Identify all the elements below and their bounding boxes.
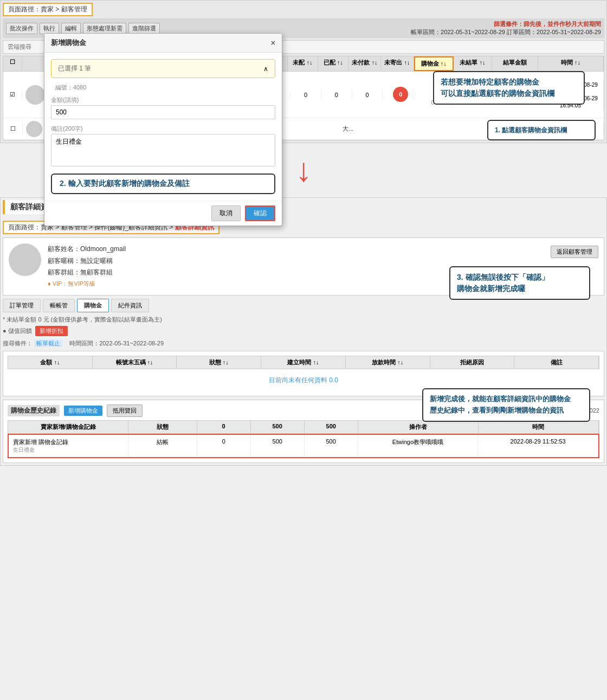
- hth-operator: 操作者: [358, 421, 479, 433]
- modal-overlay: 新增購物金 × 已選擇 1 筆 ∧ 編號：4080 金額(請填) 備註(200字…: [44, 33, 282, 226]
- avatar2: [26, 121, 42, 137]
- avatar: [25, 85, 45, 105]
- callout-top: 若想要增加特定顧客的購物金 可以直接點選顧客的購物金資訊欄: [433, 71, 585, 105]
- customer-avatar-large: [9, 243, 41, 276]
- th-checkbox: ☐: [3, 56, 22, 71]
- history-title: 購物金歷史紀錄: [8, 405, 60, 416]
- tab-account[interactable]: 帳帳管: [43, 299, 75, 312]
- callout-step3-text: 3. 確認無誤後按下「確認」 購物金就新增完成囉: [457, 272, 583, 294]
- unsettled-info: * 未結單金額 0 元 (金額僅供參考，實際金額以結單畫面為主): [3, 316, 604, 324]
- add-gold-label: ● 儲值回饋: [3, 327, 32, 335]
- filter-value: 帳單截止: [34, 339, 62, 347]
- filter-label: 篩選條件：篩先後，並件作秒月大前期間: [494, 21, 601, 27]
- modal-amount-label: 金額(請填): [51, 96, 275, 104]
- advance-filter-button[interactable]: 進階篩選: [128, 23, 160, 34]
- back-to-customers-button[interactable]: 返回顧客管理: [551, 246, 598, 258]
- tab-notes[interactable]: 紀件資訊: [111, 299, 149, 312]
- th-status: 狀態 ↑↓: [177, 356, 261, 369]
- modal-footer: 取消 確認: [44, 201, 282, 226]
- modal-confirm-button[interactable]: 確認: [245, 205, 275, 221]
- history-table-header: 賣家新增/購物金記錄 狀態 0 500 500 操作者 時間: [8, 420, 599, 434]
- hth-time: 時間: [479, 421, 599, 433]
- modal-body: 已選擇 1 筆 ∧ 編號：4080 金額(請填) 備註(200字) 生日禮金 2…: [44, 53, 282, 201]
- modal-note-field: 備註(200字) 生日禮金: [51, 125, 275, 168]
- callout-right1-text: 1. 點選顧客購物金資訊欄: [495, 125, 588, 135]
- history-data-row: 賣家新增 購物金記錄 生日禮金 結帳 0 500 500 Etwingo教學哦哦…: [8, 434, 599, 458]
- history-operator: Etwingo教學哦哦哦: [358, 435, 479, 457]
- hth-type: 賣家新增/購物金記錄: [8, 421, 128, 433]
- history-col1: 0: [197, 435, 251, 457]
- filter-label: 搜尋條件：: [3, 340, 33, 346]
- history-type: 賣家新增 購物金記錄 生日禮金: [9, 435, 129, 457]
- modal-header: 新增購物金 ×: [44, 34, 282, 53]
- modal-close-button[interactable]: ×: [271, 38, 275, 47]
- callout-top-text: 若想要增加特定顧客的購物金 可以直接點選顧客的購物金資訊欄: [441, 76, 577, 99]
- modal-title: 新增購物金: [51, 38, 86, 48]
- row-checkbox[interactable]: ☑: [3, 89, 22, 100]
- callout-step2: 2. 輸入要對此顧客新增的購物金及備註: [51, 174, 275, 194]
- filter-conditions: 篩選條件：篩先後，並件作秒月大前期間: [411, 20, 601, 28]
- th-unsent: 未寄出 ↑↓: [381, 56, 414, 71]
- hth-col1: 0: [197, 421, 251, 433]
- toolbar-right: 篩選條件：篩先後，並件作秒月大前期間 帳單區間：2022-05-31~2022-…: [411, 20, 601, 36]
- filter-time-value: 時間區間：2022-05-31~2022-08-29: [69, 340, 164, 346]
- chevron-up-icon: ∧: [263, 65, 268, 73]
- history-status: 結帳: [129, 435, 197, 457]
- breadcrumb-top: 頁面路徑：賣家 > 顧客管理: [3, 3, 93, 16]
- callout-bottom-right: 新增完成後，就能在顧客詳細資訊中的購物金 歷史紀錄中，查看到剛剛新增購物金的資訊: [422, 388, 590, 422]
- callout-right1: 1. 點選顧客購物金資訊欄: [487, 120, 596, 140]
- th-shopping-gold: 購物金 ↑↓: [414, 56, 454, 71]
- callout-bottom-text: 新增完成後，就能在顧客詳細資訊中的購物金 歷史紀錄中，查看到剛剛新增購物金的資訊: [430, 394, 583, 416]
- hth-status: 狀態: [128, 421, 197, 433]
- tab-orders[interactable]: 訂單管理: [3, 299, 41, 312]
- add-gold-button[interactable]: 新增折扣: [35, 326, 68, 336]
- th-acct: 帳號末五碼 ↑↓: [93, 356, 177, 369]
- filter-time: 帳單區間：2022-05-31~2022-08-29 訂單區間：2022-05-…: [411, 28, 601, 36]
- th-create-time: 建立時間 ↑↓: [261, 356, 346, 369]
- exec-button[interactable]: 執行: [40, 23, 59, 34]
- modal-note-label: 備註(200字): [51, 125, 275, 133]
- callout-step3: 3. 確認無誤後按下「確認」 購物金就新增完成囉: [449, 266, 590, 300]
- modal-number-label: 編號：4080: [51, 84, 275, 92]
- history-add-button[interactable]: 新增購物金: [64, 406, 102, 416]
- bottom-section: 顧客詳細資訊 頁面路徑：賣家 > 顧客管理 > 操作(齒輪)_顧客詳細資訊 > …: [0, 197, 607, 466]
- th-unmatched: 未配 ↑↓: [288, 56, 318, 71]
- th-reject-reason: 拒絕原因: [430, 356, 515, 369]
- gold-table-header: 金額 ↑↓ 帳號末五碼 ↑↓ 狀態 ↑↓ 建立時間 ↑↓ 放款時間 ↑↓ 拒絕原…: [8, 356, 599, 369]
- th-unsettled: 未結單 ↑↓: [454, 56, 492, 71]
- add-gold-modal: 新增購物金 × 已選擇 1 筆 ∧ 編號：4080 金額(請填) 備註(200字…: [44, 33, 282, 226]
- modal-note-textarea[interactable]: 生日禮金: [51, 134, 275, 166]
- customer-detail-nickname: 顧客暱稱：無設定暱稱: [48, 255, 544, 267]
- edit-button[interactable]: 編輯: [61, 23, 81, 34]
- row-unpaid: 0: [352, 89, 383, 100]
- hth-col3: 500: [305, 421, 358, 433]
- row-matched: 0: [321, 89, 352, 100]
- modal-amount-field: 金額(請填): [51, 96, 275, 119]
- status-button[interactable]: 形態處理新需: [83, 23, 126, 34]
- th-amount: 金額 ↑↓: [8, 356, 93, 369]
- history-type-main: 賣家新增 購物金記錄: [13, 438, 124, 446]
- row2-checkbox: ☐: [3, 123, 23, 134]
- add-gold-row: ● 儲值回饋 新增折扣: [3, 326, 604, 336]
- modal-amount-input[interactable]: [51, 105, 275, 119]
- filter-row: 搜尋條件： 帳單截止 時間區間：2022-05-31~2022-08-29: [3, 339, 604, 348]
- modal-selected-row[interactable]: 已選擇 1 筆 ∧: [51, 59, 275, 78]
- row-unmatched: 0: [290, 89, 321, 100]
- th-unpaid: 未付款 ↑↓: [348, 56, 381, 71]
- th-time: 時間 ↑↓: [538, 56, 604, 71]
- customer-detail-name: 顧客姓名：Oldmoon_gmail: [48, 243, 544, 255]
- th-matched: 已配 ↑↓: [318, 56, 348, 71]
- history-filter-button[interactable]: 抵用覽回: [107, 404, 143, 417]
- history-type-sub: 生日禮金: [13, 446, 124, 454]
- history-col3: 500: [305, 435, 358, 457]
- th-amount: 結單金額: [492, 56, 538, 71]
- th-note: 備註: [514, 356, 599, 369]
- hth-col2: 500: [251, 421, 305, 433]
- modal-selected-label: 已選擇 1 筆: [58, 64, 91, 73]
- detail-actions: 返回顧客管理: [551, 243, 598, 260]
- modal-cancel-button[interactable]: 取消: [211, 205, 241, 221]
- batch-ops-button[interactable]: 批次操作: [6, 23, 37, 34]
- tab-shopping-gold[interactable]: 購物金: [77, 299, 109, 312]
- history-time: 2022-08-29 11:52:53: [478, 435, 598, 457]
- toolbar-left: 批次操作 執行 編輯 形態處理新需 進階篩選: [6, 23, 160, 34]
